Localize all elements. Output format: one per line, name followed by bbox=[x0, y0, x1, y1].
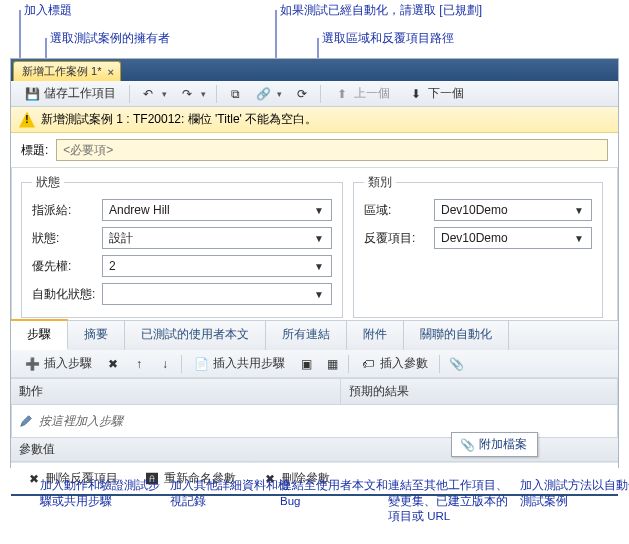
state-combo[interactable]: 設計 ▼ bbox=[102, 227, 332, 249]
class-legend: 類別 bbox=[364, 174, 396, 191]
next-label: 下一個 bbox=[428, 85, 464, 102]
attach-button[interactable]: 📎 bbox=[444, 353, 468, 375]
state-value: 設計 bbox=[109, 230, 133, 247]
status-legend: 狀態 bbox=[32, 174, 64, 191]
arrow-down-icon: ↓ bbox=[157, 356, 173, 372]
param-section-header: 參數值 📎 附加檔案 bbox=[11, 437, 618, 462]
chevron-down-icon: ▼ bbox=[571, 205, 587, 216]
refresh-button[interactable]: ⟳ bbox=[290, 83, 314, 105]
chevron-down-icon: ▼ bbox=[311, 289, 327, 300]
undo-button[interactable]: ↶ bbox=[136, 83, 171, 105]
iteration-value: Dev10Demo bbox=[441, 231, 508, 245]
iteration-combo[interactable]: Dev10Demo ▼ bbox=[434, 227, 592, 249]
area-label: 區域: bbox=[364, 202, 428, 219]
tab-summary[interactable]: 摘要 bbox=[68, 321, 125, 350]
callout-link-workitems: 連結至其他工作項目、變更集、已建立版本的項目或 URL bbox=[388, 478, 508, 525]
workitem-window: 新增工作案例 1* × 💾 儲存工作項目 ↶ ↷ ⧉ 🔗 ⟳ ⬆ 上一個 bbox=[10, 58, 619, 468]
insert-step-icon: ➕ bbox=[24, 356, 40, 372]
area-combo[interactable]: Dev10Demo ▼ bbox=[434, 199, 592, 221]
attach-file-popup[interactable]: 📎 附加檔案 bbox=[451, 432, 538, 457]
delete-step-button[interactable]: ✖ bbox=[101, 353, 125, 375]
assigned-label: 指派給: bbox=[32, 202, 96, 219]
toolbar: 💾 儲存工作項目 ↶ ↷ ⧉ 🔗 ⟳ ⬆ 上一個 ⬇ 下一個 bbox=[11, 81, 618, 107]
redo-button[interactable]: ↷ bbox=[175, 83, 210, 105]
attach-file-label: 附加檔案 bbox=[479, 436, 527, 453]
shared-step-icon: 📄 bbox=[193, 356, 209, 372]
paperclip-icon: 📎 bbox=[460, 438, 475, 452]
window-tab-title: 新增工作案例 1* bbox=[22, 64, 101, 79]
callout-add-automation: 加入測試方法以自動化測試案例 bbox=[520, 478, 629, 509]
refresh-icon: ⟳ bbox=[294, 86, 310, 102]
open-shared-button[interactable]: ▣ bbox=[294, 353, 318, 375]
prev-label: 上一個 bbox=[354, 85, 390, 102]
prev-button: ⬆ 上一個 bbox=[327, 82, 397, 105]
col-action: 動作 bbox=[11, 379, 341, 404]
callout-automation-planned: 如果測試已經自動化，請選取 [已規劃] bbox=[280, 2, 482, 19]
title-input[interactable] bbox=[56, 139, 608, 161]
move-down-button[interactable]: ↓ bbox=[153, 353, 177, 375]
tab-tested-userstory[interactable]: 已測試的使用者本文 bbox=[125, 321, 266, 350]
paperclip-icon: 📎 bbox=[448, 356, 464, 372]
window-tabstrip: 新增工作案例 1* × bbox=[11, 59, 618, 81]
copy-button[interactable]: ⧉ bbox=[223, 83, 247, 105]
copy-icon: ⧉ bbox=[227, 86, 243, 102]
insert-shared-label: 插入共用步驟 bbox=[213, 355, 285, 372]
link-button[interactable]: 🔗 bbox=[251, 83, 286, 105]
insert-step-button[interactable]: ➕ 插入步驟 bbox=[17, 352, 99, 375]
insert-shared-button[interactable]: 📄 插入共用步驟 bbox=[186, 352, 292, 375]
chevron-down-icon: ▼ bbox=[571, 233, 587, 244]
status-group: 狀態 指派給: Andrew Hill ▼ 狀態: 設計 ▼ 優先權: 2 bbox=[21, 174, 343, 318]
assigned-value: Andrew Hill bbox=[109, 203, 170, 217]
create-shared-button[interactable]: ▦ bbox=[320, 353, 344, 375]
assigned-combo[interactable]: Andrew Hill ▼ bbox=[102, 199, 332, 221]
steps-placeholder: 按這裡加入步驟 bbox=[39, 413, 123, 430]
priority-value: 2 bbox=[109, 259, 116, 273]
warning-text: 新增測試案例 1 : TF20012: 欄位 'Title' 不能為空白。 bbox=[41, 111, 317, 128]
insert-param-label: 插入參數 bbox=[380, 355, 428, 372]
disk-icon: 💾 bbox=[24, 86, 40, 102]
title-row: 標題: bbox=[11, 133, 618, 168]
param-icon: 🏷 bbox=[360, 356, 376, 372]
move-up-button[interactable]: ↑ bbox=[127, 353, 151, 375]
arrow-up-icon: ↑ bbox=[131, 356, 147, 372]
callout-select-owner: 選取測試案例的擁有者 bbox=[50, 30, 170, 47]
chevron-down-icon: ▼ bbox=[311, 233, 327, 244]
chevron-down-icon: ▼ bbox=[311, 261, 327, 272]
warning-bar: 新增測試案例 1 : TF20012: 欄位 'Title' 不能為空白。 bbox=[11, 107, 618, 133]
insert-param-button[interactable]: 🏷 插入參數 bbox=[353, 352, 435, 375]
steps-grid-header: 動作 預期的結果 bbox=[11, 378, 618, 405]
iteration-label: 反覆項目: bbox=[364, 230, 428, 247]
callout-area-iteration: 選取區域和反覆項目路徑 bbox=[322, 30, 454, 47]
automation-combo[interactable]: ▼ bbox=[102, 283, 332, 305]
create-shared-icon: ▦ bbox=[324, 356, 340, 372]
save-button[interactable]: 💾 儲存工作項目 bbox=[17, 82, 123, 105]
arrow-down-icon: ⬇ bbox=[408, 86, 424, 102]
param-section-label: 參數值 bbox=[19, 441, 55, 458]
priority-combo[interactable]: 2 ▼ bbox=[102, 255, 332, 277]
link-icon: 🔗 bbox=[255, 86, 271, 102]
col-expected: 預期的結果 bbox=[341, 379, 618, 404]
redo-icon: ↷ bbox=[179, 86, 195, 102]
save-label: 儲存工作項目 bbox=[44, 85, 116, 102]
close-icon[interactable]: × bbox=[107, 66, 113, 78]
next-button[interactable]: ⬇ 下一個 bbox=[401, 82, 471, 105]
tab-steps[interactable]: 步驟 bbox=[11, 319, 68, 350]
class-group: 類別 區域: Dev10Demo ▼ 反覆項目: Dev10Demo ▼ bbox=[353, 174, 603, 318]
tab-all-links[interactable]: 所有連結 bbox=[266, 321, 347, 350]
title-label: 標題: bbox=[21, 142, 48, 159]
tab-attachments[interactable]: 附件 bbox=[347, 321, 404, 350]
window-tab[interactable]: 新增工作案例 1* × bbox=[13, 61, 121, 81]
automation-label: 自動化狀態: bbox=[32, 286, 96, 303]
chevron-down-icon: ▼ bbox=[311, 205, 327, 216]
insert-step-label: 插入步驟 bbox=[44, 355, 92, 372]
callout-add-title: 加入標題 bbox=[24, 2, 72, 19]
delete-icon: ✖ bbox=[105, 356, 121, 372]
priority-label: 優先權: bbox=[32, 258, 96, 275]
tab-associated-automation[interactable]: 關聯的自動化 bbox=[404, 321, 509, 350]
area-value: Dev10Demo bbox=[441, 203, 508, 217]
open-icon: ▣ bbox=[298, 356, 314, 372]
steps-toolbar: ➕ 插入步驟 ✖ ↑ ↓ 📄 插入共用步驟 ▣ ▦ 🏷 插入參數 📎 bbox=[11, 350, 618, 378]
pencil-icon bbox=[19, 414, 33, 428]
undo-icon: ↶ bbox=[140, 86, 156, 102]
callout-add-details: 加入其他詳細資料和檢視記錄 bbox=[170, 478, 290, 509]
